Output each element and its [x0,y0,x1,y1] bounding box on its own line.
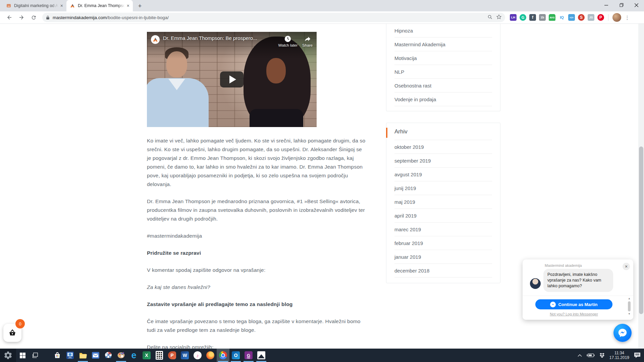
page-scrollbar[interactable] [638,24,644,349]
youtube-embed[interactable]: Dr. Emma Jean Thompson: Be prospero... W… [147,32,317,127]
play-icon [229,75,236,83]
scroll-down-icon[interactable]: ▼ [627,312,631,316]
messenger-scrollbar-thumb[interactable] [628,301,631,311]
back-button[interactable] [5,13,14,22]
archive-link[interactable]: april 2019 [394,209,492,223]
cart-badge: 0 [15,319,25,328]
messenger-bolt-icon [550,302,556,307]
category-link-osebnostna-rast[interactable]: Osebnostna rast [394,79,492,93]
windows-taskbar: e X P W ♪ O GPDF 11:34 17.11.2019 [0,349,644,362]
subheading-ask-question: Zastavite vprašanje ali predlagajte temo… [147,300,367,309]
taskbar-chrome-icon[interactable] [217,349,229,362]
archive-link[interactable]: maj 2019 [394,195,492,209]
article-body: Ko imate vi več, lahko pomagate več ljud… [147,136,367,362]
taskbar-firefox-icon[interactable] [204,349,217,362]
chrome-menu-icon[interactable]: ⋮ [625,17,630,18]
magnifier-icon[interactable] [487,14,493,21]
question-italic: Za kaj ste danes hvaležni? [147,283,367,292]
taskbar-calculator-icon[interactable] [153,349,166,362]
browser-titlebar: Digitalni marketing od A do Ž – Z × Dr. … [0,0,644,11]
messenger-launcher-button[interactable] [613,324,632,342]
taskbar-edge-icon[interactable]: e [127,349,140,362]
taskbar-gpdf-icon[interactable]: GPDF [242,349,255,362]
profile-avatar[interactable] [612,13,621,22]
messenger-login-link[interactable]: Not you? Log into Messenger [523,312,625,316]
dropbox-icon[interactable] [599,353,605,358]
taskbar-file-explorer-icon[interactable] [76,349,89,362]
task-view-button[interactable] [29,349,42,362]
settings-gear-icon[interactable] [0,349,16,362]
share-button[interactable]: Share [302,35,313,47]
extension-grammarly-icon[interactable]: G [520,14,526,21]
url-text: mastermindakademija.com/bodite-uspesni-i… [53,15,484,20]
category-link-hipnoza[interactable]: Hipnoza [394,24,492,38]
extension-js-icon[interactable]: JS [588,14,594,21]
archive-link[interactable]: december 2018 [394,264,492,278]
archive-link[interactable]: junij 2019 [394,181,492,195]
taskbar-outlook-icon[interactable]: O [229,349,242,362]
reload-button[interactable] [29,13,38,22]
categories-card: Hipnoza Mastermind Akademija Motivacija … [386,24,500,111]
extension-iq-icon[interactable]: IQ [558,14,565,21]
messenger-close-button[interactable]: × [623,263,630,270]
cart-widget: 0 [3,324,21,342]
paragraph: V komentar spodaj zapišite odgovor na vp… [147,266,367,275]
category-link-vodenje-in-prodaja[interactable]: Vodenje in prodaja [394,93,492,106]
taskbar-word-icon[interactable]: W [178,349,191,362]
taskbar-powerpoint-icon[interactable]: P [166,349,178,362]
tab-close-icon[interactable]: × [127,3,129,8]
window-restore-button[interactable] [614,0,629,10]
channel-avatar[interactable] [151,35,160,44]
video-title-link[interactable]: Dr. Emma Jean Thompson: Be prospero... [163,35,274,41]
battery-charging-icon[interactable] [587,353,595,358]
action-center-icon[interactable] [634,352,641,358]
sidebar: Hipnoza Mastermind Akademija Motivacija … [386,24,500,283]
extension-pinterest-icon[interactable]: P [597,14,604,21]
tab-emma-jean-thompson[interactable]: Dr. Emma Jean Thompson: Bodite × [66,0,133,11]
window-minimize-button[interactable] [598,0,614,10]
tab-close-icon[interactable]: × [60,3,63,8]
extension-lighthouse-icon[interactable]: LH [510,14,517,21]
continue-as-martin-button[interactable]: Continue as Martin [535,299,612,309]
messenger-scrollbar[interactable]: ▲ ▼ [627,297,631,318]
archive-link[interactable]: januar 2019 [394,250,492,264]
category-link-mastermind-akademija[interactable]: Mastermind Akademija [394,38,492,51]
tray-chevron-up-icon[interactable] [578,354,582,357]
archive-link[interactable]: september 2019 [394,154,492,168]
window-close-button[interactable] [629,0,644,10]
tab-digitalni-marketing[interactable]: Digitalni marketing od A do Ž – Z × [3,0,66,11]
taskbar-photos-icon[interactable] [255,349,268,362]
scroll-up-icon[interactable]: ▲ [627,297,631,300]
extension-1b-icon[interactable]: 1b [539,14,546,21]
archive-accent-bar [386,128,387,138]
category-link-motivacija[interactable]: Motivacija [394,51,492,65]
extension-avg-icon[interactable]: AVG [549,14,555,21]
watch-later-button[interactable]: Watch later [278,35,298,47]
taskbar-microsoft-store-icon[interactable] [51,349,64,362]
taskbar-snipping-tool-icon[interactable] [102,349,115,362]
taskbar-excel-icon[interactable]: X [140,349,153,362]
archive-link[interactable]: marec 2019 [394,223,492,236]
padlock-icon [46,15,50,20]
taskbar-mail-icon[interactable] [89,349,102,362]
new-tab-button[interactable]: + [136,2,144,10]
bookmark-star-icon[interactable] [496,14,502,21]
taskbar-paint-icon[interactable] [115,349,127,362]
video-play-button[interactable] [220,71,244,87]
archive-link[interactable]: avgust 2019 [394,168,492,181]
forward-button[interactable] [17,13,26,22]
address-bar[interactable]: mastermindakademija.com/bodite-uspesni-i… [42,13,505,22]
archive-link[interactable]: oktober 2019 [394,140,492,154]
page-scrollbar-thumb[interactable] [639,146,643,314]
taskbar-computer-icon[interactable] [64,349,76,362]
category-link-nlp[interactable]: NLP [394,65,492,79]
taskbar-itunes-icon[interactable]: ♪ [191,349,204,362]
start-button[interactable] [16,349,29,362]
tray-clock[interactable]: 11:34 17.11.2019 [609,351,629,360]
extension-code-icon[interactable]: </> [568,14,575,21]
share-arrow-icon [304,35,311,43]
extension-seoquake-icon[interactable]: S [578,14,585,21]
tray-date: 17.11.2019 [609,355,629,360]
extension-facebook-pixel-icon[interactable]: f [529,14,536,21]
archive-link[interactable]: februar 2019 [394,236,492,250]
